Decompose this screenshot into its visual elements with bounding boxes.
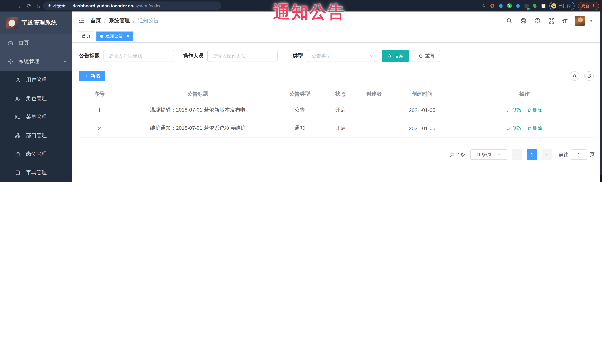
edit-link[interactable]: 修改 [507, 107, 522, 114]
operator-label: 操作人员 [183, 53, 204, 59]
tab-home[interactable]: 首页 [78, 31, 94, 41]
font-size-icon[interactable]: tT [562, 18, 568, 24]
toggle-search-button[interactable] [570, 71, 579, 81]
tags-view-bar: 首页 通知公告 ✕ [72, 30, 602, 43]
profile-paused-badge[interactable]: 已暂停 [549, 2, 575, 10]
annotation-overlay-text: 通知公告 [273, 1, 346, 24]
browser-nav: ← → ⟳ ⌂ [5, 3, 40, 9]
trash-icon [527, 108, 532, 112]
sidebar-toggle-icon[interactable] [78, 17, 85, 24]
edit-link[interactable]: 修改 [507, 125, 522, 132]
app-title: 芋道管理系统 [22, 19, 57, 26]
search-icon [572, 73, 577, 78]
page-content: 公告标题 操作人员 类型 公告类型 搜索 重置 [72, 43, 602, 182]
dashboard-icon [7, 40, 13, 46]
back-icon[interactable]: ← [5, 3, 11, 9]
security-warning[interactable]: 不安全 [47, 3, 65, 9]
logo-image [6, 17, 18, 29]
avatar[interactable] [575, 16, 585, 26]
table-tools [570, 71, 594, 81]
warning-icon [47, 4, 51, 8]
extension-leaf-icon[interactable] [532, 3, 538, 8]
sidebar: 芋道管理系统 首页 系统管理 用户管理 [0, 11, 72, 182]
sidebar-submenu-system: 用户管理 角色管理 菜单管理 部门管理 [0, 71, 72, 182]
suitcase-icon [15, 151, 21, 157]
book-icon [15, 170, 21, 176]
reload-icon[interactable]: ⟳ [27, 3, 31, 9]
breadcrumb-system[interactable]: 系统管理 [109, 17, 130, 24]
github-icon[interactable] [520, 17, 527, 24]
sidebar-item-dept-mgmt[interactable]: 部门管理 [0, 126, 72, 145]
delete-link[interactable]: 删除 [527, 125, 542, 132]
operator-input[interactable] [207, 50, 278, 62]
refresh-icon [587, 73, 591, 78]
goto-page: 前往 页 [559, 149, 595, 160]
home-icon[interactable]: ⌂ [37, 3, 40, 9]
extension-orange-icon[interactable] [490, 3, 495, 8]
sidebar-logo[interactable]: 芋道管理系统 [0, 11, 72, 34]
page-number-1[interactable]: 1 [527, 149, 537, 160]
browser-menu-icon[interactable]: ⋮ [591, 3, 596, 8]
prev-page-button[interactable]: ‹ [512, 149, 522, 160]
security-warning-text: 不安全 [53, 3, 65, 9]
chevron-down-icon [497, 152, 501, 157]
help-icon[interactable] [534, 17, 541, 24]
scrollbar-thumb[interactable] [600, 11, 602, 175]
main-area: 首页 / 系统管理 / 通知公告 tT 首页 [72, 11, 602, 182]
plus-icon: ＋ [84, 73, 89, 79]
trash-icon [527, 126, 532, 130]
sidebar-item-role-mgmt[interactable]: 角色管理 [0, 89, 72, 108]
table-row[interactable]: 2 维护通知：2018-07-01 若依系统凌晨维护 通知 开启 2021-01… [79, 119, 595, 137]
notice-title-label: 公告标题 [79, 53, 100, 59]
extension-diamond-icon[interactable] [515, 3, 520, 8]
search-form: 公告标题 操作人员 类型 公告类型 搜索 重置 [79, 50, 595, 62]
extension-vue-icon[interactable]: V [507, 3, 512, 8]
notice-title-input[interactable] [104, 50, 174, 62]
user-icon [15, 77, 21, 83]
forward-icon[interactable]: → [16, 3, 22, 9]
reset-button[interactable]: 重置 [413, 50, 440, 62]
extension-sql-icon[interactable]: on [524, 3, 529, 8]
refresh-table-button[interactable] [584, 71, 594, 81]
table-row[interactable]: 1 温馨提醒：2018-07-01 若依新版本发布啦 公告 开启 2021-01… [79, 101, 595, 119]
breadcrumb-home[interactable]: 首页 [90, 17, 101, 24]
sidebar-item-system[interactable]: 系统管理 [0, 52, 72, 71]
page-scrollbar[interactable] [600, 11, 602, 182]
chevron-up-icon [63, 60, 67, 63]
tree-table-icon [15, 114, 21, 120]
type-label: 类型 [293, 53, 303, 59]
page-size-select[interactable]: 10条/页 [470, 149, 507, 160]
bookmark-star-icon[interactable]: ☆ [481, 3, 486, 8]
avatar-caret-icon[interactable] [589, 20, 593, 22]
close-tab-icon[interactable]: ✕ [126, 34, 129, 39]
tab-notice[interactable]: 通知公告 ✕ [97, 31, 133, 41]
delete-link[interactable]: 删除 [527, 107, 542, 114]
search-button[interactable]: 搜索 [382, 50, 409, 62]
sidebar-menu: 首页 系统管理 用户管理 角色管理 [0, 34, 72, 182]
refresh-icon [419, 53, 423, 58]
add-button[interactable]: ＋ 新增 [79, 71, 105, 81]
sidebar-item-dict-mgmt[interactable]: 字典管理 [0, 164, 72, 182]
navbar-actions: tT [506, 16, 593, 26]
breadcrumb: 首页 / 系统管理 / 通知公告 [90, 17, 159, 24]
table-header: 序号 公告标题 公告类型 状态 创建者 创建时间 操作 [79, 87, 595, 101]
sidebar-item-home[interactable]: 首页 [0, 34, 72, 52]
next-page-button[interactable]: › [542, 149, 552, 160]
browser-extensions: ☆ V on 已暂停 更新 ⋮ [481, 0, 599, 11]
extensions-puzzle-icon[interactable] [541, 3, 546, 8]
fullscreen-icon[interactable] [548, 17, 555, 24]
profile-emoji-icon [551, 3, 556, 8]
gear-icon [7, 59, 13, 64]
sidebar-item-post-mgmt[interactable]: 岗位管理 [0, 145, 72, 164]
sidebar-item-user-mgmt[interactable]: 用户管理 [0, 71, 72, 89]
goto-page-input[interactable] [571, 149, 587, 160]
pagination: 共 2 条 10条/页 ‹ 1 › 前往 页 [79, 149, 595, 160]
address-bar[interactable]: 不安全 dashboard.yudao.iocoder.cn/system/no… [43, 1, 221, 10]
sidebar-item-menu-mgmt[interactable]: 菜单管理 [0, 108, 72, 126]
browser-update-button[interactable]: 更新 ⋮ [578, 2, 599, 10]
search-icon[interactable] [506, 17, 513, 24]
search-icon [387, 53, 392, 58]
url-text: dashboard.yudao.iocoder.cn/system/notice [73, 3, 161, 8]
notice-type-select[interactable]: 公告类型 [307, 50, 378, 62]
extension-drop-icon[interactable] [498, 3, 503, 8]
